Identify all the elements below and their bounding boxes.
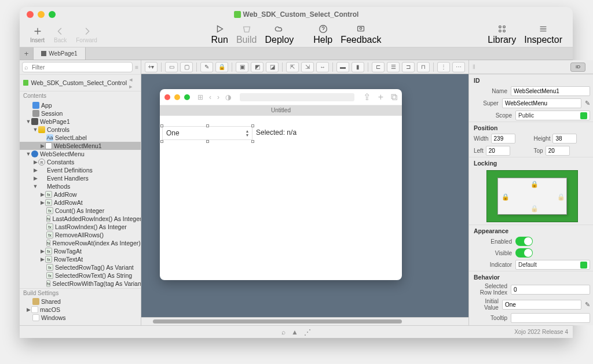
run-button[interactable]: Run [208,24,232,45]
library-button[interactable]: Library [484,24,519,45]
lock-bottom-icon[interactable]: 🔒 [530,205,539,212]
align-top-btn[interactable]: ⊓ [417,62,430,72]
minimize-icon[interactable] [38,11,45,18]
lock-top-icon[interactable]: 🔒 [530,181,539,188]
pencil-icon[interactable]: ✎ [585,100,590,107]
rss-icon[interactable]: ⋰ [304,328,311,336]
disclosure-icon[interactable]: ▶ [32,175,38,181]
indicator-select[interactable]: Default [515,260,590,270]
inspector-handle-icon[interactable]: ⦀ [473,63,475,71]
add-control-button[interactable]: +▾ [145,62,158,72]
help-button[interactable]: Help [310,24,336,45]
filter-input[interactable] [22,62,133,72]
super-field[interactable] [502,98,581,108]
locking-widget[interactable]: 🔒 🔒 🔒 🔒 [486,170,578,222]
tab-webpage1[interactable]: WebPage1 [34,47,86,60]
pencil-icon[interactable]: ✎ [585,301,590,308]
edit-btn[interactable]: ✎ [200,62,213,72]
nav-arrows[interactable]: ◂ ▸ [129,76,137,90]
resize-handle[interactable] [206,140,209,143]
align-left-btn[interactable]: ⊏ [372,62,385,72]
forward-button[interactable]: Forward [72,26,101,43]
align-btn-3[interactable]: ↔ [316,62,329,72]
search-icon[interactable]: ⌕ [281,328,285,336]
filter-menu-icon[interactable]: ≡ [135,64,138,71]
tree-item-selectedrowtext[interactable]: fxSelectedRowText() As String [20,271,141,280]
tree-item-windows[interactable]: Windows [20,314,141,322]
lock-left-icon[interactable]: 🔒 [502,193,510,201]
inspector-button[interactable]: Inspector [521,24,566,45]
back-button[interactable]: Back [50,26,70,43]
order-btn-3[interactable]: ◪ [266,62,279,72]
tree-item-selectrowtag[interactable]: fxSelectRowWithTag(tag As Variant) [20,280,141,288]
lock-btn[interactable]: 🔒 [215,62,228,72]
resize-handle[interactable] [251,140,254,143]
visible-toggle[interactable] [515,248,533,258]
resize-handle[interactable] [206,124,209,127]
tree-item-session[interactable]: Session [20,109,141,117]
layout-btn-2[interactable]: ▢ [180,62,193,72]
tree-item-macos[interactable]: ▶macOS [20,306,141,314]
feedback-button[interactable]: Feedback [337,24,385,45]
disclosure-icon[interactable]: ▶ [39,248,45,254]
tree-item-removeall[interactable]: fxRemoveAllRows() [20,231,141,239]
lock-right-icon[interactable]: 🔒 [557,193,565,201]
fill-btn-2[interactable]: ▮ [352,62,364,72]
initval-field[interactable] [502,300,581,310]
tree-item-constants[interactable]: ▶πConstants [20,158,141,166]
tree-item-count[interactable]: fxCount() As Integer [20,207,141,215]
tooltip-field[interactable] [511,313,590,323]
resize-handle[interactable] [251,124,254,127]
tree-item-addrowat[interactable]: ▶fxAddRowAt [20,198,141,207]
align-btn-1[interactable]: ⇱ [286,62,299,72]
tree-item-selectedrowtag[interactable]: fxSelectedRowTag() As Variant [20,263,141,271]
height-field[interactable] [552,134,577,144]
name-field[interactable] [511,86,590,96]
disclosure-icon[interactable]: ▶ [39,200,45,205]
fill-btn-1[interactable]: ▬ [336,62,349,72]
tree-item-methods[interactable]: ▼Methods [20,182,141,190]
disclosure-icon[interactable]: ▶ [39,192,45,197]
tree-item-rowtextat[interactable]: ▶fxRowTextAt [20,255,141,263]
webselectmenu-control[interactable]: One ▴▾ [162,126,252,140]
disclosure-icon[interactable]: ▼ [25,151,31,157]
tree-item-lastadded[interactable]: fxLastAddedRowIndex() As Integer [20,215,141,223]
tree-item-lastrow[interactable]: fxLastRowIndex() As Integer [20,223,141,231]
disclosure-icon[interactable]: ▶ [39,143,45,149]
add-tab-button[interactable]: + [20,47,34,60]
tree-item-removerowat[interactable]: fxRemoveRowAt(index As Integer) [20,239,141,247]
disclosure-icon[interactable]: ▼ [32,183,38,189]
tree-item-webselectmenu1[interactable]: ▶WebSelectMenu1 [20,142,141,150]
tree-item-shared[interactable]: Shared [20,297,141,306]
disclosure-icon[interactable]: ▶ [25,307,31,312]
scope-select[interactable]: Public [515,111,590,120]
tree-item-eventhandlers[interactable]: ▶Event Handlers [20,174,141,182]
tree-item-webpage1[interactable]: ▼WebPage1 [20,117,141,126]
align-btn-2[interactable]: ⇲ [301,62,314,72]
align-center-btn[interactable]: ☰ [387,62,400,72]
close-icon[interactable] [27,11,34,18]
zoom-icon[interactable] [49,11,56,18]
dist-h-btn[interactable]: ⋮ [437,62,450,72]
disclosure-icon[interactable]: ▶ [39,256,45,262]
resize-handle[interactable] [160,140,163,143]
dist-v-btn[interactable]: ⋯ [452,62,465,72]
insert-button[interactable]: Insert [27,26,48,43]
canvas-body[interactable]: ⊞ ‹ › ◑ ⇪ + ⧉ Untitled One [141,74,468,317]
tree-item-addrow[interactable]: ▶fxAddRow [20,190,141,198]
tree-item-selectlabel[interactable]: AaSelectLabel [20,134,141,142]
tree-item-controls[interactable]: ▼Controls [20,126,141,134]
deploy-button[interactable]: Deploy [261,24,297,45]
tree-item-app[interactable]: App [20,101,141,109]
width-field[interactable] [491,134,515,144]
build-button[interactable]: Build [233,24,261,45]
disclosure-icon[interactable]: ▶ [32,159,38,165]
project-header[interactable]: Web_SDK_Custom_Select_Control ◂ ▸ [20,74,141,91]
tree-item-webselectmenu[interactable]: ▼WebSelectMenu [20,150,141,158]
selectlabel-control[interactable]: Selected: n/a [256,128,296,137]
selrow-field[interactable] [511,285,590,295]
horizontal-scrollbar[interactable] [141,317,468,325]
disclosure-icon[interactable]: ▶ [32,167,38,173]
tree-item-eventdef[interactable]: ▶Event Definitions [20,166,141,174]
tree-item-rowtagat[interactable]: ▶fxRowTagAt [20,247,141,255]
